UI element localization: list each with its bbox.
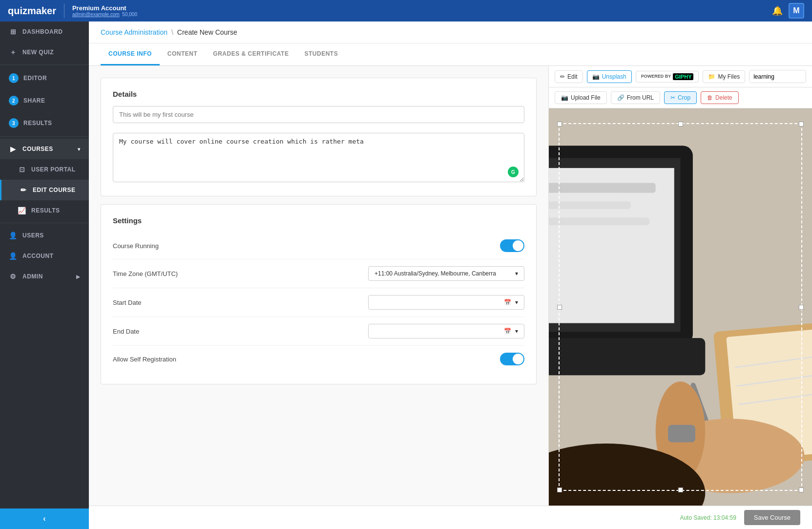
breadcrumb-link[interactable]: Course Administration: [101, 28, 167, 36]
tab-students[interactable]: STUDENTS: [296, 43, 346, 65]
edit-pencil-icon: ✏: [560, 73, 565, 80]
plus-icon: +: [9, 48, 18, 56]
account-email[interactable]: admin@example.com: [72, 12, 120, 17]
self-registration-row: Allow Self Registration: [113, 346, 524, 372]
settings-title: Settings: [113, 216, 524, 225]
delete-button[interactable]: 🗑 Delete: [701, 91, 739, 104]
textarea-wrapper: G: [113, 133, 524, 184]
chevron-down-icon: ▾: [515, 270, 518, 277]
search-input[interactable]: [750, 71, 806, 83]
my-files-button[interactable]: 📁 My Files: [703, 70, 745, 83]
sidebar-item-results-sub[interactable]: 📈 RESULTS: [0, 200, 89, 221]
course-name-row: [113, 106, 524, 123]
sidebar-item-label: NEW QUIZ: [22, 49, 54, 56]
svg-rect-24: [668, 425, 695, 443]
premium-info: Premium Account admin@example.com 50,000: [72, 4, 137, 17]
course-running-toggle[interactable]: [500, 239, 524, 252]
sidebar-item-new-quiz[interactable]: + NEW QUIZ: [0, 42, 89, 63]
sidebar-item-label: COURSES: [22, 146, 53, 152]
sidebar-item-account[interactable]: 👤 ACCOUNT: [0, 246, 89, 266]
start-date-label: Start Date: [113, 299, 142, 306]
tab-content[interactable]: CONTENT: [160, 43, 206, 65]
self-registration-toggle[interactable]: [500, 353, 524, 365]
sidebar-collapse-button[interactable]: ‹: [0, 508, 89, 529]
calendar-icon: 📅: [504, 328, 511, 335]
sidebar-item-dashboard[interactable]: ⊞ DASHBOARD: [0, 21, 89, 42]
sidebar-item-users[interactable]: 👤 USERS: [0, 225, 89, 246]
timezone-label: Time Zone (GMT/UTC): [113, 270, 178, 277]
sidebar-item-admin[interactable]: ⚙ ADMIN ▶: [0, 266, 89, 287]
edit-button[interactable]: ✏ Edit: [555, 70, 583, 83]
avatar[interactable]: M: [789, 3, 804, 19]
from-url-label: From URL: [627, 94, 654, 101]
end-date-input[interactable]: 📅 ▾: [368, 324, 524, 339]
breadcrumb-current: Create New Course: [177, 28, 237, 36]
upload-icon: 📷: [561, 94, 568, 101]
sidebar-item-label: SHARE: [23, 97, 45, 104]
save-course-button[interactable]: Save Course: [744, 510, 800, 525]
course-name-input[interactable]: [113, 106, 524, 123]
image-display: COURSE: [549, 108, 812, 506]
footer-bar: Auto Saved: 13:04:59 Save Course: [89, 506, 812, 529]
top-bar: quizmaker Premium Account admin@example.…: [0, 0, 812, 21]
tab-grades-certificate[interactable]: GRADES & CERTIFICATE: [205, 43, 296, 65]
sidebar-item-label: USER PORTAL: [31, 166, 76, 173]
account-type: Premium Account: [72, 4, 137, 12]
timezone-row: Time Zone (GMT/UTC) +11:00 Australia/Syd…: [113, 259, 524, 288]
notifications-bell[interactable]: 🔔: [772, 5, 783, 16]
divider: [64, 3, 64, 18]
edit-label: Edit: [567, 73, 578, 80]
image-toolbar: ✏ Edit 📷 Unsplash POWERED BY GIPHY 📁 My …: [549, 66, 812, 87]
giphy-button[interactable]: POWERED BY GIPHY: [636, 71, 699, 83]
admin-icon: ⚙: [9, 273, 18, 280]
form-panel: Details G Settings Course: [89, 66, 548, 506]
chevron-right-icon: ▶: [76, 274, 81, 279]
sidebar-item-label: RESULTS: [23, 120, 52, 127]
upload-file-label: Upload File: [571, 94, 601, 101]
chevron-down-icon: ▾: [515, 299, 518, 306]
sidebar-item-edit-course[interactable]: ✏ EDIT COURSE: [0, 180, 89, 200]
badge-3: 3: [9, 118, 19, 128]
sidebar-item-label: DASHBOARD: [22, 28, 63, 35]
user-portal-icon: ⊡: [18, 166, 26, 173]
logo-quiz: quiz: [8, 5, 27, 16]
course-description-row: G: [113, 133, 524, 184]
unsplash-button[interactable]: 📷 Unsplash: [587, 70, 632, 83]
my-files-label: My Files: [718, 73, 740, 80]
courses-icon: ▶: [9, 145, 18, 153]
sidebar-item-courses[interactable]: ▶ COURSES ▾: [0, 139, 89, 159]
crop-icon: ✂: [670, 94, 675, 101]
sidebar-item-share[interactable]: 2 SHARE: [0, 89, 89, 112]
breadcrumb: Course Administration \ Create New Cours…: [89, 21, 812, 43]
tab-course-info[interactable]: COURSE INFO: [101, 43, 160, 65]
delete-label: Delete: [715, 94, 732, 101]
sidebar-item-label: ADMIN: [22, 273, 43, 280]
sidebar-item-user-portal[interactable]: ⊡ USER PORTAL: [0, 159, 89, 180]
sidebar-item-editor[interactable]: 1 EDITOR: [0, 67, 89, 89]
timezone-value: +11:00 Australia/Sydney, Melbourne, Canb…: [375, 270, 496, 277]
crop-button[interactable]: ✂ Crop: [664, 91, 697, 104]
powered-by-text: POWERED BY: [641, 74, 671, 79]
timezone-select[interactable]: +11:00 Australia/Sydney, Melbourne, Canb…: [368, 266, 524, 281]
calendar-icon: 📅: [504, 299, 511, 306]
svg-rect-7: [549, 218, 649, 225]
breadcrumb-separator: \: [171, 28, 173, 36]
sidebar-item-results[interactable]: 3 RESULTS: [0, 112, 89, 134]
upload-file-button[interactable]: 📷 Upload File: [555, 91, 607, 104]
top-bar-right: 🔔 M: [772, 3, 804, 19]
course-description-textarea[interactable]: [113, 133, 524, 182]
top-bar-left: quizmaker Premium Account admin@example.…: [8, 3, 137, 18]
edit-icon: ✏: [19, 186, 28, 194]
divider: [0, 223, 89, 223]
from-url-button[interactable]: 🔗 From URL: [611, 91, 660, 104]
logo: quizmaker: [8, 5, 56, 17]
course-running-row: Course Running: [113, 233, 524, 259]
image-action-toolbar: 📷 Upload File 🔗 From URL ✂ Crop 🗑 Delete: [549, 87, 812, 108]
details-card: Details G: [101, 78, 537, 196]
self-registration-label: Allow Self Registration: [113, 356, 176, 363]
auto-saved-status: Auto Saved: 13:04:59: [680, 514, 736, 521]
users-icon: 👤: [9, 232, 18, 239]
badge-2: 2: [9, 96, 19, 106]
start-date-input[interactable]: 📅 ▾: [368, 295, 524, 310]
details-title: Details: [113, 90, 524, 98]
